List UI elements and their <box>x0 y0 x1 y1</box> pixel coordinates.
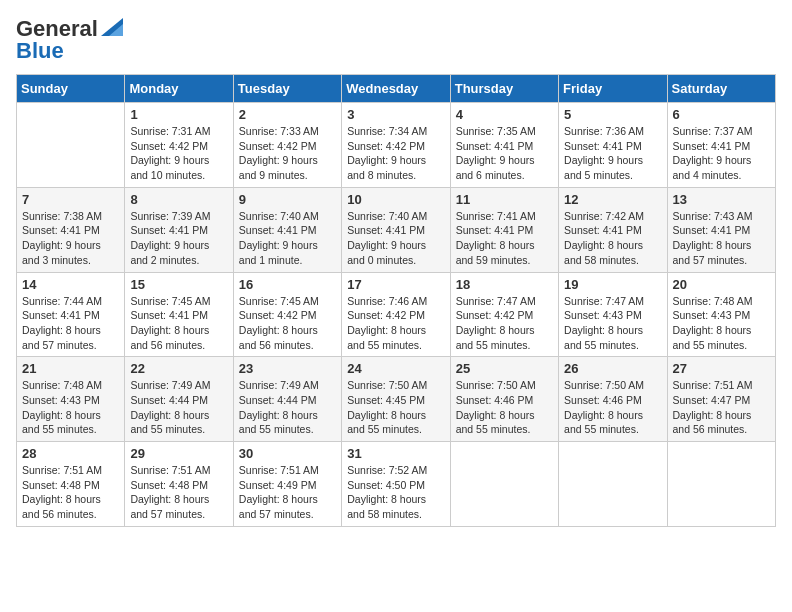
weekday-header: Monday <box>125 75 233 103</box>
calendar-cell: 8Sunrise: 7:39 AMSunset: 4:41 PMDaylight… <box>125 187 233 272</box>
calendar-cell: 3Sunrise: 7:34 AMSunset: 4:42 PMDaylight… <box>342 103 450 188</box>
calendar-cell: 1Sunrise: 7:31 AMSunset: 4:42 PMDaylight… <box>125 103 233 188</box>
cell-info: Sunrise: 7:49 AMSunset: 4:44 PMDaylight:… <box>130 378 227 437</box>
calendar-cell: 15Sunrise: 7:45 AMSunset: 4:41 PMDayligh… <box>125 272 233 357</box>
calendar-cell: 22Sunrise: 7:49 AMSunset: 4:44 PMDayligh… <box>125 357 233 442</box>
calendar-cell: 10Sunrise: 7:40 AMSunset: 4:41 PMDayligh… <box>342 187 450 272</box>
calendar-cell: 18Sunrise: 7:47 AMSunset: 4:42 PMDayligh… <box>450 272 558 357</box>
calendar-cell: 11Sunrise: 7:41 AMSunset: 4:41 PMDayligh… <box>450 187 558 272</box>
day-number: 27 <box>673 361 770 376</box>
day-number: 31 <box>347 446 444 461</box>
logo-blue-text: Blue <box>16 38 64 64</box>
calendar-cell: 19Sunrise: 7:47 AMSunset: 4:43 PMDayligh… <box>559 272 667 357</box>
calendar-cell: 14Sunrise: 7:44 AMSunset: 4:41 PMDayligh… <box>17 272 125 357</box>
cell-info: Sunrise: 7:51 AMSunset: 4:49 PMDaylight:… <box>239 463 336 522</box>
cell-info: Sunrise: 7:48 AMSunset: 4:43 PMDaylight:… <box>673 294 770 353</box>
day-number: 11 <box>456 192 553 207</box>
weekday-header: Friday <box>559 75 667 103</box>
calendar-cell: 29Sunrise: 7:51 AMSunset: 4:48 PMDayligh… <box>125 442 233 527</box>
calendar-cell <box>17 103 125 188</box>
weekday-header: Wednesday <box>342 75 450 103</box>
day-number: 13 <box>673 192 770 207</box>
cell-info: Sunrise: 7:33 AMSunset: 4:42 PMDaylight:… <box>239 124 336 183</box>
cell-info: Sunrise: 7:47 AMSunset: 4:42 PMDaylight:… <box>456 294 553 353</box>
cell-info: Sunrise: 7:36 AMSunset: 4:41 PMDaylight:… <box>564 124 661 183</box>
cell-info: Sunrise: 7:38 AMSunset: 4:41 PMDaylight:… <box>22 209 119 268</box>
weekday-header: Thursday <box>450 75 558 103</box>
calendar-cell: 17Sunrise: 7:46 AMSunset: 4:42 PMDayligh… <box>342 272 450 357</box>
cell-info: Sunrise: 7:50 AMSunset: 4:46 PMDaylight:… <box>456 378 553 437</box>
cell-info: Sunrise: 7:51 AMSunset: 4:48 PMDaylight:… <box>130 463 227 522</box>
day-number: 1 <box>130 107 227 122</box>
day-number: 23 <box>239 361 336 376</box>
cell-info: Sunrise: 7:52 AMSunset: 4:50 PMDaylight:… <box>347 463 444 522</box>
calendar-cell: 6Sunrise: 7:37 AMSunset: 4:41 PMDaylight… <box>667 103 775 188</box>
day-number: 4 <box>456 107 553 122</box>
day-number: 21 <box>22 361 119 376</box>
weekday-header: Tuesday <box>233 75 341 103</box>
cell-info: Sunrise: 7:40 AMSunset: 4:41 PMDaylight:… <box>239 209 336 268</box>
day-number: 12 <box>564 192 661 207</box>
cell-info: Sunrise: 7:35 AMSunset: 4:41 PMDaylight:… <box>456 124 553 183</box>
cell-info: Sunrise: 7:31 AMSunset: 4:42 PMDaylight:… <box>130 124 227 183</box>
logo-icon <box>101 18 123 36</box>
day-number: 22 <box>130 361 227 376</box>
calendar-cell: 25Sunrise: 7:50 AMSunset: 4:46 PMDayligh… <box>450 357 558 442</box>
day-number: 6 <box>673 107 770 122</box>
cell-info: Sunrise: 7:47 AMSunset: 4:43 PMDaylight:… <box>564 294 661 353</box>
cell-info: Sunrise: 7:51 AMSunset: 4:47 PMDaylight:… <box>673 378 770 437</box>
day-number: 8 <box>130 192 227 207</box>
calendar-cell: 16Sunrise: 7:45 AMSunset: 4:42 PMDayligh… <box>233 272 341 357</box>
cell-info: Sunrise: 7:46 AMSunset: 4:42 PMDaylight:… <box>347 294 444 353</box>
day-number: 17 <box>347 277 444 292</box>
cell-info: Sunrise: 7:40 AMSunset: 4:41 PMDaylight:… <box>347 209 444 268</box>
day-number: 20 <box>673 277 770 292</box>
calendar-header: SundayMondayTuesdayWednesdayThursdayFrid… <box>17 75 776 103</box>
calendar-cell: 5Sunrise: 7:36 AMSunset: 4:41 PMDaylight… <box>559 103 667 188</box>
cell-info: Sunrise: 7:50 AMSunset: 4:45 PMDaylight:… <box>347 378 444 437</box>
cell-info: Sunrise: 7:39 AMSunset: 4:41 PMDaylight:… <box>130 209 227 268</box>
calendar-cell: 2Sunrise: 7:33 AMSunset: 4:42 PMDaylight… <box>233 103 341 188</box>
day-number: 10 <box>347 192 444 207</box>
calendar-cell: 30Sunrise: 7:51 AMSunset: 4:49 PMDayligh… <box>233 442 341 527</box>
calendar-cell: 21Sunrise: 7:48 AMSunset: 4:43 PMDayligh… <box>17 357 125 442</box>
cell-info: Sunrise: 7:43 AMSunset: 4:41 PMDaylight:… <box>673 209 770 268</box>
day-number: 15 <box>130 277 227 292</box>
calendar-cell: 7Sunrise: 7:38 AMSunset: 4:41 PMDaylight… <box>17 187 125 272</box>
calendar-cell: 20Sunrise: 7:48 AMSunset: 4:43 PMDayligh… <box>667 272 775 357</box>
day-number: 7 <box>22 192 119 207</box>
weekday-header: Saturday <box>667 75 775 103</box>
cell-info: Sunrise: 7:44 AMSunset: 4:41 PMDaylight:… <box>22 294 119 353</box>
calendar-cell: 23Sunrise: 7:49 AMSunset: 4:44 PMDayligh… <box>233 357 341 442</box>
day-number: 2 <box>239 107 336 122</box>
day-number: 25 <box>456 361 553 376</box>
day-number: 28 <box>22 446 119 461</box>
cell-info: Sunrise: 7:49 AMSunset: 4:44 PMDaylight:… <box>239 378 336 437</box>
day-number: 5 <box>564 107 661 122</box>
day-number: 29 <box>130 446 227 461</box>
cell-info: Sunrise: 7:45 AMSunset: 4:42 PMDaylight:… <box>239 294 336 353</box>
cell-info: Sunrise: 7:34 AMSunset: 4:42 PMDaylight:… <box>347 124 444 183</box>
day-number: 30 <box>239 446 336 461</box>
day-number: 26 <box>564 361 661 376</box>
calendar-cell: 27Sunrise: 7:51 AMSunset: 4:47 PMDayligh… <box>667 357 775 442</box>
day-number: 14 <box>22 277 119 292</box>
day-number: 19 <box>564 277 661 292</box>
calendar-cell: 9Sunrise: 7:40 AMSunset: 4:41 PMDaylight… <box>233 187 341 272</box>
day-number: 16 <box>239 277 336 292</box>
calendar-cell: 24Sunrise: 7:50 AMSunset: 4:45 PMDayligh… <box>342 357 450 442</box>
cell-info: Sunrise: 7:51 AMSunset: 4:48 PMDaylight:… <box>22 463 119 522</box>
calendar-cell: 31Sunrise: 7:52 AMSunset: 4:50 PMDayligh… <box>342 442 450 527</box>
day-number: 9 <box>239 192 336 207</box>
page-header: General Blue <box>16 16 776 64</box>
logo: General Blue <box>16 16 123 64</box>
cell-info: Sunrise: 7:37 AMSunset: 4:41 PMDaylight:… <box>673 124 770 183</box>
day-number: 18 <box>456 277 553 292</box>
day-number: 3 <box>347 107 444 122</box>
cell-info: Sunrise: 7:50 AMSunset: 4:46 PMDaylight:… <box>564 378 661 437</box>
cell-info: Sunrise: 7:41 AMSunset: 4:41 PMDaylight:… <box>456 209 553 268</box>
calendar-cell: 13Sunrise: 7:43 AMSunset: 4:41 PMDayligh… <box>667 187 775 272</box>
calendar-cell <box>450 442 558 527</box>
cell-info: Sunrise: 7:45 AMSunset: 4:41 PMDaylight:… <box>130 294 227 353</box>
day-number: 24 <box>347 361 444 376</box>
